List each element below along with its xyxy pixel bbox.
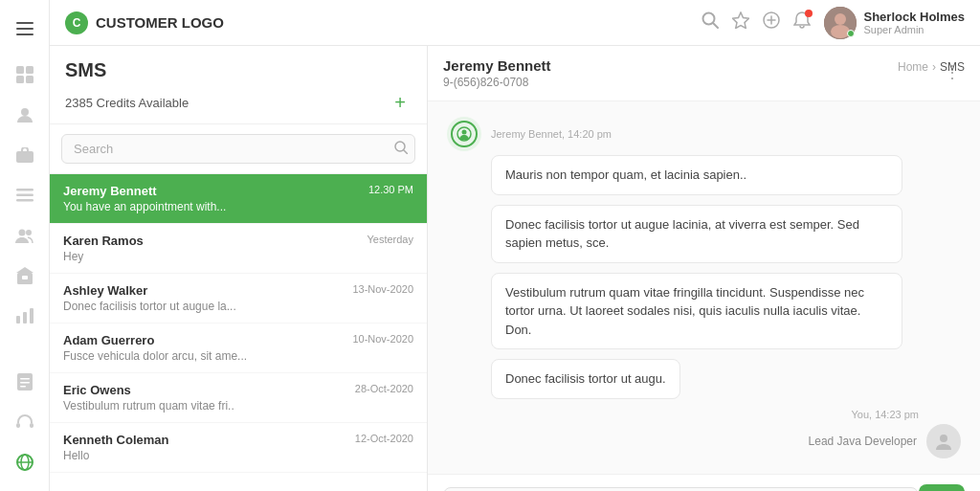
svg-rect-0: [16, 22, 33, 24]
nav-globe-icon[interactable]: [8, 445, 42, 480]
svg-rect-11: [16, 199, 33, 202]
nav-contacts-icon[interactable]: [8, 98, 42, 132]
svg-rect-21: [20, 382, 30, 384]
svg-rect-22: [20, 386, 26, 388]
svg-rect-16: [16, 316, 20, 324]
send-button[interactable]: [919, 484, 965, 492]
contact-time: 28-Oct-2020: [355, 383, 413, 394]
message-bubble: Donec facilisis tortor ut augu.: [491, 359, 680, 399]
svg-rect-10: [16, 194, 33, 197]
search-input[interactable]: [61, 134, 415, 164]
nav-menu-icon[interactable]: [8, 11, 42, 46]
chat-panel: Jeremy Bennett 9-(656)826-0708 ⋮: [428, 46, 980, 491]
outgoing-group: You, 14:23 pm Lead Java Developer: [447, 409, 961, 458]
content-area: SMS 2385 Credits Available +: [50, 46, 980, 491]
nav-list-icon[interactable]: [8, 178, 42, 212]
plus-circle-icon[interactable]: [763, 11, 780, 33]
contact-preview: Vestibulum rutrum quam vitae fri..: [63, 399, 283, 413]
search-icon[interactable]: [702, 11, 719, 33]
svg-rect-23: [16, 423, 20, 428]
contact-row: Eric Owens 28-Oct-2020: [63, 383, 413, 397]
online-status-dot: [847, 30, 855, 37]
contact-name: Kenneth Coleman: [63, 433, 169, 447]
contact-item[interactable]: Ashley Walker 13-Nov-2020 Donec facilisi…: [50, 274, 427, 324]
notification-icon[interactable]: [793, 11, 811, 33]
contact-row: Ashley Walker 13-Nov-2020: [63, 283, 413, 298]
page-title: SMS: [65, 59, 412, 81]
nav-headset-icon[interactable]: [8, 405, 42, 439]
breadcrumb: Home › SMS: [898, 60, 965, 74]
contact-item[interactable]: Adam Guerrero 10-Nov-2020 Fusce vehicula…: [50, 324, 427, 373]
right-panel: Home › SMS Jeremy Bennett 9-(656)826-070…: [428, 46, 980, 491]
contact-time: 12-Oct-2020: [355, 433, 413, 444]
credits-row: 2385 Credits Available +: [65, 91, 412, 114]
credits-label: 2385 Credits Available: [65, 96, 189, 110]
contact-item[interactable]: Karen Ramos Yesterday Hey: [50, 224, 427, 274]
message-input[interactable]: [443, 487, 919, 491]
sender-avatar: [447, 117, 481, 151]
svg-rect-4: [26, 66, 33, 74]
logo-area: C CUSTOMER LOGO: [65, 11, 224, 34]
svg-line-29: [713, 23, 718, 28]
search-area: [50, 124, 427, 174]
star-icon[interactable]: [732, 11, 749, 33]
svg-point-35: [835, 13, 846, 25]
user-text: Sherlock Holmes Super Admin: [864, 10, 966, 35]
contact-time: 12.30 PM: [368, 184, 413, 195]
svg-rect-9: [16, 189, 33, 191]
nav-briefcase-icon[interactable]: [8, 138, 42, 172]
svg-rect-5: [16, 76, 24, 83]
contact-time: 13-Nov-2020: [352, 283, 413, 295]
nav-people-icon[interactable]: [8, 218, 42, 253]
svg-rect-17: [23, 312, 27, 324]
contact-item[interactable]: Kenneth Coleman 12-Oct-2020 Hello: [50, 423, 427, 473]
chat-header: Jeremy Bennett 9-(656)826-0708 ⋮: [428, 46, 980, 101]
contact-name: Adam Guerrero: [63, 333, 154, 347]
top-header: C CUSTOMER LOGO: [50, 0, 980, 46]
outgoing-label: Lead Java Developer: [809, 435, 917, 448]
contact-time: 10-Nov-2020: [352, 333, 413, 345]
chat-input-area: ☺: [428, 474, 980, 492]
contact-time: Yesterday: [367, 234, 413, 245]
main-wrapper: C CUSTOMER LOGO: [50, 0, 980, 491]
svg-rect-6: [26, 76, 33, 83]
user-profile[interactable]: Sherlock Holmes Super Admin: [824, 7, 966, 39]
chat-contact-phone: 9-(656)826-0708: [443, 76, 551, 89]
nav-dashboard-icon[interactable]: [8, 57, 42, 92]
header-actions: Sherlock Holmes Super Admin: [702, 7, 966, 39]
contact-name: Karen Ramos: [63, 234, 144, 248]
nav-box-icon[interactable]: [8, 258, 42, 293]
search-input-container: [61, 134, 415, 164]
contact-row: Kenneth Coleman 12-Oct-2020: [63, 433, 413, 447]
incoming-timestamp-row: Jeremy Bennet, 14:20 pm: [447, 117, 961, 151]
breadcrumb-separator: ›: [932, 60, 936, 74]
svg-point-13: [26, 230, 32, 235]
contact-name: Jeremy Bennett: [63, 184, 157, 198]
nav-document-icon[interactable]: [8, 365, 42, 399]
user-name: Sherlock Holmes: [864, 10, 966, 24]
logo-icon: C: [65, 11, 88, 34]
contact-item[interactable]: Jeremy Bennett 12.30 PM You have an appo…: [50, 174, 427, 224]
contact-item[interactable]: Eric Owens 28-Oct-2020 Vestibulum rutrum…: [50, 373, 427, 423]
svg-rect-2: [16, 33, 33, 35]
svg-marker-30: [732, 12, 748, 29]
chat-messages: Jeremy Bennet, 14:20 pm Mauris non tempo…: [428, 101, 980, 474]
sidebar-navigation: [0, 0, 50, 491]
svg-point-42: [940, 435, 947, 442]
svg-rect-8: [16, 151, 33, 163]
svg-rect-18: [30, 308, 33, 324]
left-panel: SMS 2385 Credits Available +: [50, 46, 428, 491]
incoming-timestamp: Jeremy Bennet, 14:20 pm: [491, 128, 612, 140]
add-button[interactable]: +: [389, 91, 412, 114]
nav-chart-icon[interactable]: [8, 299, 42, 333]
contact-name: Ashley Walker: [63, 283, 147, 298]
svg-rect-15: [22, 276, 28, 279]
sender-avatar-inner: [451, 121, 478, 147]
message-bubble: Donec facilisis tortor ut augue lacinia,…: [491, 205, 902, 263]
outgoing-msg-row: Lead Java Developer: [809, 424, 961, 458]
search-icon-btn[interactable]: [394, 141, 408, 157]
svg-rect-3: [16, 66, 24, 74]
contact-preview: Fusce vehicula dolor arcu, sit ame...: [63, 349, 283, 363]
contact-name: Eric Owens: [63, 383, 131, 397]
contacts-list: Jeremy Bennett 12.30 PM You have an appo…: [50, 174, 427, 491]
